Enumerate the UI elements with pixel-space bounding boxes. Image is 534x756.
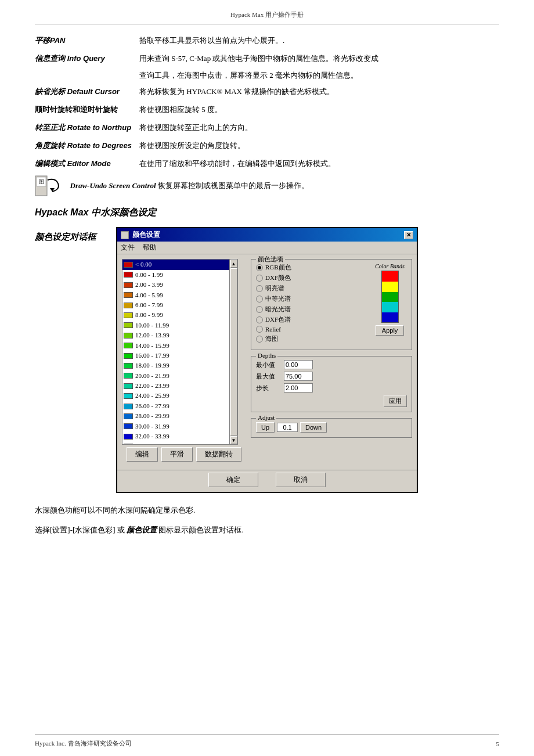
radio-relief-circle[interactable] bbox=[256, 326, 263, 333]
up-button[interactable]: Up bbox=[256, 422, 275, 433]
menu-label-northup: 转至正北 Rotate to Northup bbox=[35, 122, 139, 134]
depth-list-item[interactable]: 0.00 - 1.99 bbox=[122, 270, 237, 280]
apply-color-button[interactable]: Apply bbox=[376, 325, 405, 336]
adjust-group: Adjust Up Down bbox=[251, 418, 412, 438]
radio-dark[interactable]: 暗光光谱 bbox=[256, 305, 371, 314]
radio-dxf-label: DXF颜色 bbox=[265, 273, 291, 282]
dialog-menu-file[interactable]: 文件 bbox=[121, 243, 135, 253]
smooth-button[interactable]: 平滑 bbox=[161, 447, 193, 462]
cancel-button[interactable]: 取消 bbox=[276, 473, 326, 487]
color-bands-container: Color Bands Apply bbox=[375, 263, 407, 345]
depth-list-item[interactable]: 18.00 - 19.99 bbox=[122, 361, 237, 370]
bottom-buttons-row: 编辑 平滑 数据翻转 bbox=[122, 445, 246, 465]
menu-label-rotate: 顺时针旋转和逆时针旋转 bbox=[35, 104, 139, 116]
flip-button[interactable]: 数据翻转 bbox=[196, 447, 241, 462]
adjust-input[interactable] bbox=[277, 423, 298, 432]
menu-item-rotate: 顺时针旋转和逆时针旋转 将使视图相应旋转 5 度。 bbox=[35, 104, 499, 116]
depth-range-label: 6.00 - 7.99 bbox=[135, 301, 163, 309]
depth-list-item[interactable]: 30.00 - 31.99 bbox=[122, 422, 237, 431]
radio-medium[interactable]: 中等光谱 bbox=[256, 294, 371, 303]
dialog-menu-help[interactable]: 帮助 bbox=[143, 243, 157, 253]
depth-list-item[interactable]: 20.00 - 21.99 bbox=[122, 371, 237, 381]
dialog-close-button[interactable]: ✕ bbox=[404, 231, 413, 239]
menu-item-degrees: 角度旋转 Rotate to Degrees 将使视图按所设定的角度旋转。 bbox=[35, 140, 499, 152]
menu-desc-rotate: 将使视图相应旋转 5 度。 bbox=[139, 104, 499, 116]
radio-rgb-circle[interactable] bbox=[256, 264, 263, 271]
section-title: Hypack Max 中水深颜色设定 bbox=[35, 207, 499, 219]
depth-list-item[interactable]: < 0.00 bbox=[122, 260, 237, 269]
footer-left: Hypack Inc. 青岛海洋研究设备公司 bbox=[35, 739, 132, 748]
depth-color-swatch bbox=[124, 312, 133, 318]
depth-list-item[interactable]: 34.00 - 35.99 bbox=[122, 441, 237, 444]
radio-chart-circle[interactable] bbox=[256, 336, 263, 343]
depth-color-swatch bbox=[124, 292, 133, 298]
scrollbar[interactable]: ▲ ▼ bbox=[229, 260, 237, 444]
radio-relief[interactable]: Relief bbox=[256, 326, 371, 333]
depth-list-item[interactable]: 4.00 - 5.99 bbox=[122, 290, 237, 300]
radio-bright[interactable]: 明亮谱 bbox=[256, 284, 371, 293]
radio-dark-circle[interactable] bbox=[256, 306, 263, 313]
depth-list-item[interactable]: 16.00 - 17.99 bbox=[122, 351, 237, 361]
depth-list-item[interactable]: 14.00 - 15.99 bbox=[122, 341, 237, 351]
scroll-thumb[interactable] bbox=[230, 268, 237, 435]
depth-range-label: 34.00 - 35.99 bbox=[135, 442, 169, 444]
scroll-up-arrow[interactable]: ▲ bbox=[230, 260, 237, 268]
apply-depths-button[interactable]: 应用 bbox=[384, 395, 407, 407]
draw-undo-icon: 图 bbox=[35, 175, 60, 196]
depth-list-item[interactable]: 2.00 - 3.99 bbox=[122, 280, 237, 290]
ok-button[interactable]: 确定 bbox=[208, 473, 258, 487]
draw-undo-row: 图 Draw-Undo Screen Control Draw-Undo Scr… bbox=[35, 175, 499, 196]
bottom-text-1: 水深颜色功能可以不同的水深间隔确定显示色彩. bbox=[35, 503, 499, 517]
depth-list-item[interactable]: 22.00 - 23.99 bbox=[122, 381, 237, 391]
depth-range-label: 24.00 - 25.99 bbox=[135, 391, 169, 400]
color-bands-label: Color Bands bbox=[375, 263, 405, 269]
scroll-down-arrow[interactable]: ▼ bbox=[230, 436, 237, 444]
depth-range-label: 26.00 - 27.99 bbox=[135, 402, 169, 411]
page: Hypack Max 用户操作手册 平移PAN 拾取平移工具显示将以当前点为中心… bbox=[0, 0, 534, 756]
menu-item-defaultcursor: 缺省光标 Default Cursor 将光标恢复为 HYPACK® MAX 常… bbox=[35, 86, 499, 98]
depth-max-input[interactable] bbox=[284, 372, 313, 381]
depth-list-item[interactable]: 8.00 - 9.99 bbox=[122, 310, 237, 320]
depth-list: < 0.000.00 - 1.992.00 - 3.994.00 - 5.996… bbox=[122, 260, 237, 444]
right-panel: 颜色选项 RGB颜色 DXF颜色 bbox=[251, 259, 412, 465]
depth-list-item[interactable]: 32.00 - 33.99 bbox=[122, 431, 237, 441]
band-red bbox=[382, 271, 398, 282]
depth-min-input[interactable] bbox=[284, 360, 313, 369]
radio-dxf-circle[interactable] bbox=[256, 275, 263, 282]
depth-list-panel: < 0.000.00 - 1.992.00 - 3.994.00 - 5.996… bbox=[122, 259, 238, 445]
depth-color-swatch bbox=[124, 343, 133, 348]
radio-bright-circle[interactable] bbox=[256, 285, 263, 292]
depth-list-item[interactable]: 24.00 - 25.99 bbox=[122, 391, 237, 401]
svg-text:图: 图 bbox=[39, 179, 44, 185]
radio-dxfspectrum-circle[interactable] bbox=[256, 316, 263, 323]
depth-color-swatch bbox=[124, 373, 133, 379]
depth-list-item[interactable]: 26.00 - 27.99 bbox=[122, 401, 237, 411]
band-cyan bbox=[382, 302, 398, 312]
menu-item-editormode: 编辑模式 Editor Mode 在使用了缩放和平移功能时，在编辑器中返回到光标… bbox=[35, 158, 499, 170]
menu-label-infoquery: 信息查询 Info Query bbox=[35, 53, 139, 65]
depth-range-label: 18.00 - 19.99 bbox=[135, 361, 169, 370]
radio-rgb[interactable]: RGB颜色 bbox=[256, 263, 371, 272]
depth-color-swatch bbox=[124, 413, 133, 419]
down-button[interactable]: Down bbox=[300, 422, 327, 433]
radio-dxf[interactable]: DXF颜色 bbox=[256, 273, 371, 282]
color-options-title: 颜色选项 bbox=[256, 255, 285, 264]
depth-list-item[interactable]: 10.00 - 11.99 bbox=[122, 321, 237, 330]
radio-relief-label: Relief bbox=[265, 326, 281, 333]
depth-range-label: 30.00 - 31.99 bbox=[135, 422, 169, 431]
edit-button[interactable]: 编辑 bbox=[127, 447, 158, 462]
depth-list-item[interactable]: 28.00 - 29.99 bbox=[122, 411, 237, 421]
radio-medium-circle[interactable] bbox=[256, 296, 263, 303]
header-title: Hypack Max 用户操作手册 bbox=[230, 11, 304, 18]
depth-step-input[interactable] bbox=[284, 383, 313, 393]
depth-list-item[interactable]: 12.00 - 13.99 bbox=[122, 330, 237, 340]
band-green bbox=[382, 292, 398, 303]
menu-desc-northup: 将使视图旋转至正北向上的方向。 bbox=[139, 122, 499, 134]
radio-dxfspectrum[interactable]: DXF色谱 bbox=[256, 315, 371, 324]
menu-desc-defaultcursor: 将光标恢复为 HYPACK® MAX 常规操作的缺省光标模式。 bbox=[139, 86, 499, 98]
radio-chart[interactable]: 海图 bbox=[256, 334, 371, 343]
depth-list-item[interactable]: 6.00 - 7.99 bbox=[122, 300, 237, 310]
menu-desc-infoquery: 用来查询 S-57, C-Map 或其他电子海图中物标的属性信息。将光标改变成 bbox=[139, 53, 499, 65]
dialog-footer: 确定 取消 bbox=[117, 470, 417, 492]
depth-range-label: 22.00 - 23.99 bbox=[135, 381, 169, 390]
